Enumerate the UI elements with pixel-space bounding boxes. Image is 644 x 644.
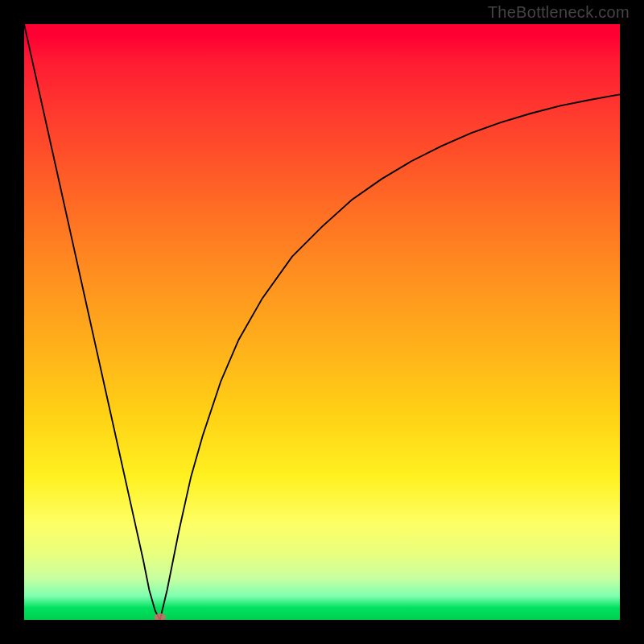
curve-line (24, 24, 620, 620)
bottleneck-curve (24, 24, 620, 620)
plot-area (24, 24, 620, 620)
watermark-text: TheBottleneck.com (488, 3, 630, 22)
minimum-marker (154, 613, 166, 620)
chart-frame: TheBottleneck.com (0, 0, 644, 644)
